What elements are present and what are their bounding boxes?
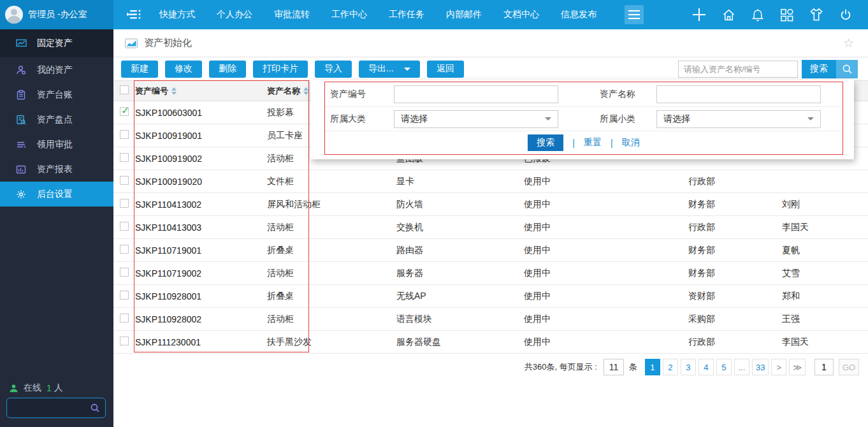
row-checkbox[interactable]: [120, 130, 129, 139]
plus-icon[interactable]: [691, 7, 707, 22]
row-checkbox[interactable]: [120, 268, 129, 277]
current-user[interactable]: 管理员 -办公室: [0, 0, 113, 29]
table-row[interactable]: SJKP111230001 扶手黑沙发 服务器硬盘 使用中 行政部 李国天: [113, 331, 868, 354]
nav-item-internal-mail[interactable]: 内部邮件: [446, 9, 482, 20]
print-card-button[interactable]: 打印卡片: [253, 61, 308, 78]
page-size-unit: 条: [629, 361, 637, 373]
select-all-checkbox[interactable]: [120, 85, 129, 94]
nav-item-info-publish[interactable]: 信息发布: [561, 9, 597, 20]
user-avatar: [5, 6, 23, 24]
favorite-star-icon[interactable]: ☆: [843, 36, 854, 50]
nav-item-shortcuts[interactable]: 快捷方式: [159, 9, 195, 20]
table-row[interactable]: SJKP110719002 活动柜 服务器 使用中 财务部 艾雪: [113, 262, 868, 285]
search-magnifier-button[interactable]: [836, 60, 858, 78]
table-row[interactable]: SJKP110413003 活动柜 交换机 使用中 行政部 李国天: [113, 216, 868, 239]
row-checkbox[interactable]: [120, 222, 129, 231]
cell-department: 行政部: [687, 222, 781, 233]
cell-asset-status: 使用中: [523, 245, 687, 256]
page-size-input[interactable]: [604, 359, 624, 375]
sidebar-item-my-assets[interactable]: 我的资产: [0, 57, 113, 82]
export-dropdown-button[interactable]: 导出...: [359, 61, 420, 78]
new-button[interactable]: 新建: [121, 61, 158, 78]
row-checkbox[interactable]: [120, 199, 129, 208]
sort-icon[interactable]: [303, 87, 308, 95]
search-icon[interactable]: [90, 403, 100, 413]
cell-asset-code: SJKP110719002: [134, 268, 266, 279]
nav-item-work-tasks[interactable]: 工作任务: [389, 9, 424, 20]
page-number-button[interactable]: 1: [645, 359, 660, 375]
next-page-button[interactable]: >: [771, 359, 786, 375]
sidebar-item-fixed-assets[interactable]: 固定资产: [0, 29, 113, 57]
row-checkbox[interactable]: [120, 107, 129, 116]
page-number-button[interactable]: 5: [716, 359, 732, 375]
nav-item-document-center[interactable]: 文档中心: [503, 9, 539, 20]
advanced-search-panel: 资产编号 资产名称 所属大类 请选择 所属小类 请选择: [310, 80, 854, 159]
jump-page-input[interactable]: [814, 359, 834, 375]
sidebar-item-asset-reports[interactable]: 资产报表: [0, 157, 113, 182]
page-number-button[interactable]: 33: [752, 359, 769, 375]
bell-icon[interactable]: [751, 8, 765, 22]
table-row[interactable]: SJKP110928002 活动柜 语言模块 使用中 采购部 王强: [113, 308, 868, 331]
back-button[interactable]: 返回: [427, 61, 464, 78]
cell-user: 艾雪: [781, 268, 868, 279]
nav-item-work-center[interactable]: 工作中心: [331, 9, 367, 20]
hamburger-menu-icon[interactable]: [625, 5, 644, 24]
cell-asset-code: SJKP100919002: [134, 154, 266, 164]
sidebar-item-label: 领用审批: [37, 139, 73, 150]
row-checkbox[interactable]: [120, 176, 129, 185]
go-button[interactable]: GO: [839, 359, 859, 375]
row-checkbox[interactable]: [120, 314, 129, 322]
home-icon[interactable]: [721, 8, 736, 22]
table-row[interactable]: SJKP100919020 文件柜 显卡 使用中 行政部: [113, 170, 868, 193]
edit-button[interactable]: 修改: [165, 61, 202, 78]
sidebar-item-label: 资产报表: [37, 164, 73, 175]
delete-button[interactable]: 删除: [209, 61, 246, 78]
last-page-button[interactable]: ≫: [789, 359, 806, 375]
apps-grid-icon[interactable]: [779, 8, 794, 22]
sidebar-item-requisition-approval[interactable]: 领用审批: [0, 132, 113, 157]
quick-search-input[interactable]: [678, 61, 798, 78]
page-number-button[interactable]: 4: [698, 359, 714, 375]
table-row[interactable]: SJKP110928001 折叠桌 无线AP 使用中 资财部 郑和: [113, 285, 868, 308]
sidebar-item-backend-settings[interactable]: 后台设置: [0, 182, 113, 206]
search-button[interactable]: 搜索: [802, 60, 836, 78]
panel-search-button[interactable]: 搜索: [528, 134, 563, 151]
cell-asset-status: 使用中: [523, 268, 687, 279]
cell-asset-item: 显卡: [395, 176, 523, 187]
list-menu-icon[interactable]: [126, 8, 143, 22]
sidebar-search-input[interactable]: [7, 403, 90, 413]
cancel-button[interactable]: 取消: [622, 137, 640, 148]
cell-asset-item: 语言模块: [395, 314, 523, 325]
row-checkbox[interactable]: [120, 291, 129, 300]
asset-name-input[interactable]: [656, 85, 821, 103]
reset-button[interactable]: 重置: [584, 137, 602, 148]
cell-asset-item: 防火墙: [395, 199, 523, 210]
row-checkbox[interactable]: [120, 153, 129, 162]
page-number-button[interactable]: ...: [734, 359, 749, 375]
major-category-select[interactable]: 请选择: [394, 110, 558, 128]
nav-item-personal-office[interactable]: 个人办公: [217, 9, 252, 20]
page-number-button[interactable]: 2: [663, 359, 678, 375]
table-row[interactable]: SJKP110719001 折叠桌 路由器 使用中 财务部 夏帆: [113, 239, 868, 262]
row-checkbox[interactable]: [120, 245, 129, 254]
cell-user: 王强: [781, 314, 868, 325]
online-suffix: 人: [54, 382, 63, 394]
sidebar-item-asset-ledger[interactable]: 资产台账: [0, 82, 113, 107]
row-checkbox[interactable]: [120, 337, 129, 345]
cell-user: 夏帆: [781, 245, 868, 256]
power-icon[interactable]: [839, 8, 853, 22]
sidebar-item-asset-inventory[interactable]: 资产盘点: [0, 107, 113, 132]
cell-user: 郑和: [781, 291, 868, 302]
page-number-button[interactable]: 3: [681, 359, 696, 375]
asset-code-input[interactable]: [394, 85, 558, 103]
theme-shirt-icon[interactable]: [809, 8, 824, 22]
sort-icon[interactable]: [171, 87, 177, 95]
minor-category-select[interactable]: 请选择: [656, 110, 821, 128]
cell-asset-name: 折叠桌: [266, 245, 395, 256]
sidebar-item-label: 后台设置: [37, 189, 73, 200]
import-button[interactable]: 导入: [315, 61, 352, 78]
cell-asset-status: 使用中: [523, 222, 687, 233]
cell-department: 行政部: [687, 337, 781, 348]
table-row[interactable]: SJKP110413002 屏风和活动柜 防火墙 使用中 财务部 刘刚: [113, 193, 868, 216]
nav-item-approval-flow[interactable]: 审批流转: [274, 9, 310, 20]
